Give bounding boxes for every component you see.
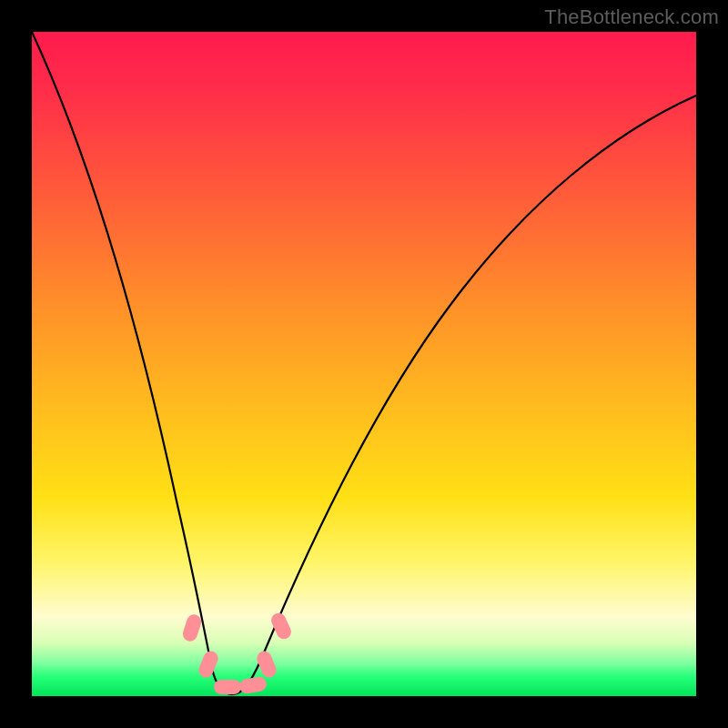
- marker: [238, 676, 268, 695]
- bottleneck-curve: [32, 32, 696, 694]
- valley-markers: [181, 611, 294, 694]
- plot-area: [32, 32, 696, 696]
- marker: [197, 649, 220, 680]
- curve-layer: [32, 32, 696, 696]
- marker: [181, 612, 203, 642]
- chart-frame: TheBottleneck.com: [0, 0, 728, 728]
- watermark-text: TheBottleneck.com: [544, 5, 719, 29]
- marker: [268, 611, 293, 642]
- marker: [214, 680, 241, 694]
